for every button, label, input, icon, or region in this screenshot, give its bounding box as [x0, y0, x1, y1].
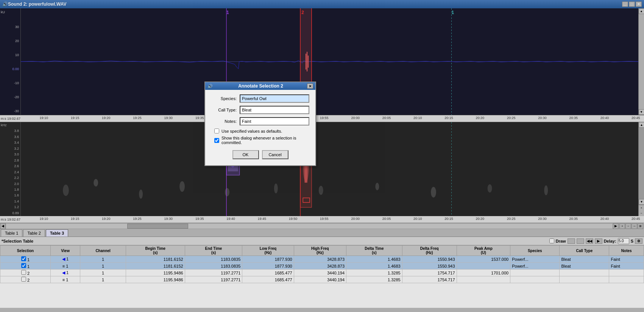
show-dialog-checkbox[interactable] [214, 138, 219, 143]
call-type-input[interactable] [240, 106, 309, 114]
notes-input[interactable] [240, 117, 309, 125]
dialog-buttons: OK Cancel [211, 147, 309, 162]
defaults-checkbox[interactable] [214, 129, 219, 133]
dialog-titlebar: 🔊 Annotate Selection 2 ✕ [205, 82, 315, 90]
ok-button[interactable]: OK [232, 150, 259, 159]
species-label: Species: [211, 96, 240, 101]
notes-field-row: Notes: [211, 117, 309, 125]
dialog-body: Species: Call Type: Notes: Use specified… [205, 90, 315, 165]
call-type-label: Call Type: [211, 108, 240, 112]
species-input[interactable] [240, 94, 309, 103]
dialog-icon: 🔊 [207, 84, 213, 89]
annotate-dialog: 🔊 Annotate Selection 2 ✕ Species: Call T… [204, 82, 316, 166]
cancel-button[interactable]: Cancel [262, 150, 288, 159]
show-dialog-label: Show this dialog whenever a selection is… [221, 136, 309, 145]
checkbox1-row: Use specified values as defaults. [211, 129, 309, 133]
dialog-close-button[interactable]: ✕ [307, 83, 313, 89]
checkbox2-row: Show this dialog whenever a selection is… [211, 136, 309, 145]
call-type-field-row: Call Type: [211, 106, 309, 114]
defaults-label: Use specified values as defaults. [221, 129, 282, 133]
dialog-title: Annotate Selection 2 [238, 83, 283, 89]
modal-overlay: 🔊 Annotate Selection 2 ✕ Species: Call T… [0, 0, 644, 312]
notes-label: Notes: [211, 119, 240, 124]
species-field-row: Species: [211, 94, 309, 103]
